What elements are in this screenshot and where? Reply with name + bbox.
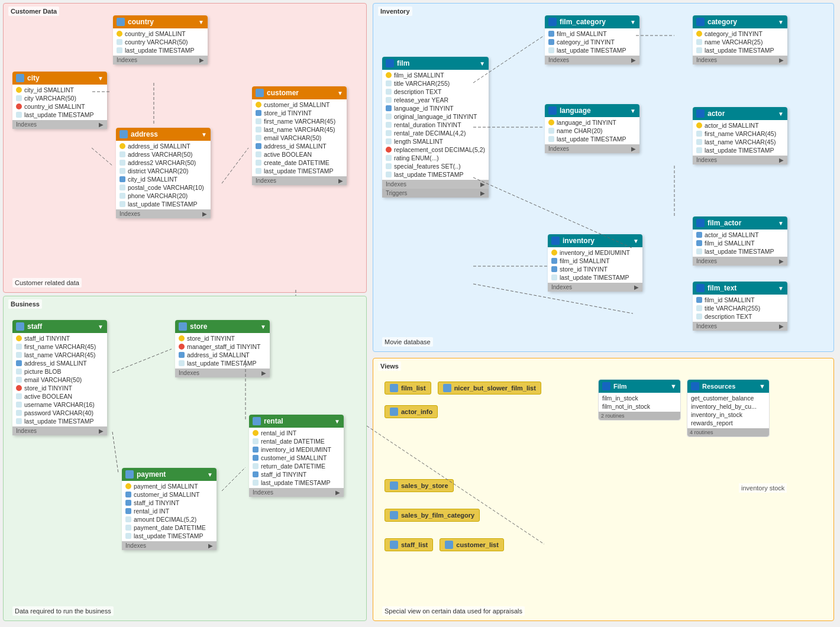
views-row-2: actor_info [382, 403, 440, 421]
language-name: language [560, 106, 591, 115]
routine-film-name: Film [613, 383, 627, 390]
entity-country: country ▼ country_id SMALLINT country VA… [113, 15, 208, 64]
view-film-list[interactable]: film_list [385, 382, 431, 395]
store-footer[interactable]: Indexes▶ [175, 369, 270, 377]
views-row-5: staff_list customer_list [382, 536, 506, 554]
routine-get-customer-balance: get_customer_balance [690, 394, 767, 402]
film-footer-indexes[interactable]: Indexes▶ [382, 180, 489, 189]
entity-rental-header: rental ▼ [249, 415, 344, 428]
country-footer[interactable]: Indexes▶ [113, 56, 208, 64]
city-name: city [27, 74, 40, 82]
entity-film-actor: film_actor ▼ actor_id SMALLINT film_id S… [693, 216, 787, 266]
sales-by-film-category-icon [390, 511, 398, 519]
inventory-section-title: Inventory [378, 7, 412, 16]
film-text-footer[interactable]: Indexes▶ [693, 322, 787, 331]
film-actor-fields: actor_id SMALLINT film_id SMALLINT last_… [693, 230, 787, 257]
entity-category-header: category ▼ [693, 15, 787, 28]
views-row-3: sales_by_store [382, 477, 456, 495]
customer-section-sublabel: Customer related data [12, 278, 82, 287]
view-staff-list[interactable]: staff_list [385, 538, 433, 551]
inventory-stock-label: inventory stock [739, 483, 787, 493]
entity-inventory-header: inventory ▼ [548, 234, 642, 247]
customer-list-icon [445, 541, 453, 549]
entity-customer-header: customer ▼ [252, 86, 347, 99]
routine-resources-header: Resources ▼ [687, 380, 769, 393]
film-actor-name: film_actor [707, 219, 741, 227]
country-arrow[interactable]: ▼ [198, 19, 204, 25]
view-sales-by-film-category[interactable]: sales_by_film_category [385, 509, 480, 522]
film-category-fields: film_id SMALLINT category_id TINYINT las… [545, 28, 639, 56]
city-footer[interactable]: Indexes▶ [12, 120, 107, 129]
entity-staff: staff ▼ staff_id TINYINT first_name VARC… [12, 320, 107, 435]
staff-fields: staff_id TINYINT first_name VARCHAR(45) … [12, 333, 107, 426]
entity-language: language ▼ language_id TINYINT name CHAR… [545, 104, 639, 153]
rental-footer[interactable]: Indexes▶ [249, 488, 344, 497]
rental-fields: rental_id INT rental_date DATETIME inven… [249, 428, 344, 488]
language-footer[interactable]: Indexes▶ [545, 144, 639, 153]
film-text-fields: film_id SMALLINT title VARCHAR(255) desc… [693, 295, 787, 322]
entity-language-header: language ▼ [545, 104, 639, 117]
address-footer[interactable]: Indexes▶ [116, 209, 211, 218]
film-name: film [397, 59, 409, 67]
entity-country-header: country ▼ [113, 15, 208, 28]
routine-film-not-in-stock: film_not_in_stock [601, 402, 678, 411]
entity-film: film ▼ film_id SMALLINT title VARCHAR(25… [382, 57, 489, 198]
inventory-section: Inventory Movie database film ▼ film_id … [373, 3, 834, 352]
country-fields: country_id SMALLINT country VARCHAR(50) … [113, 28, 208, 56]
actor-info-icon [390, 408, 398, 416]
view-actor-info[interactable]: actor_info [385, 405, 438, 418]
customer-fields: customer_id SMALLINT store_id TINYINT fi… [252, 99, 347, 176]
entity-inventory: inventory ▼ inventory_id MEDIUMINT film_… [548, 234, 642, 292]
inventory-name: inventory [563, 237, 595, 245]
language-fields: language_id TINYINT name CHAR(20) last_u… [545, 117, 639, 144]
business-section-title: Business [8, 299, 42, 309]
inventory-fields: inventory_id MEDIUMINT film_id SMALLINT … [548, 247, 642, 283]
view-customer-list[interactable]: customer_list [440, 538, 504, 551]
staff-name: staff [27, 322, 42, 331]
entity-store-header: store ▼ [175, 320, 270, 333]
staff-list-label: staff_list [401, 541, 428, 548]
views-row-1: film_list nicer_but_slower_film_list [382, 379, 544, 397]
entity-film-actor-header: film_actor ▼ [693, 216, 787, 230]
city-fields: city_id SMALLINT city VARCHAR(50) countr… [12, 85, 107, 120]
inventory-footer[interactable]: Indexes▶ [548, 283, 642, 292]
entity-category: category ▼ category_id TINYINT name VARC… [693, 15, 787, 64]
entity-payment-header: payment ▼ [122, 468, 217, 481]
country-icon [117, 18, 125, 26]
customer-section-title: Customer Data [8, 7, 59, 16]
routine-resources-box: Resources ▼ get_customer_balance invento… [687, 379, 770, 437]
entity-film-category: film_category ▼ film_id SMALLINT categor… [545, 15, 639, 64]
entity-actor: actor ▼ actor_id SMALLINT first_name VAR… [693, 107, 787, 164]
film-list-label: film_list [401, 384, 426, 392]
staff-footer[interactable]: Indexes▶ [12, 426, 107, 435]
view-sales-by-store[interactable]: sales_by_store [385, 479, 454, 492]
sales-by-store-label: sales_by_store [401, 482, 448, 489]
film-actor-footer[interactable]: Indexes▶ [693, 257, 787, 266]
entity-film-header: film ▼ [382, 57, 489, 70]
entity-film-text-header: film_text ▼ [693, 282, 787, 295]
routine-film-count: 2 routines [601, 413, 625, 419]
routine-film-footer: 2 routines [599, 412, 680, 420]
payment-footer[interactable]: Indexes▶ [122, 541, 217, 550]
country-name: country [128, 18, 154, 26]
film-category-name: film_category [560, 18, 606, 26]
entity-actor-header: actor ▼ [693, 107, 787, 120]
film-list-icon [390, 384, 398, 392]
film-footer-triggers[interactable]: Triggers▶ [382, 189, 489, 198]
customer-data-section: Customer Data Customer related data coun… [3, 3, 367, 293]
customer-footer[interactable]: Indexes▶ [252, 176, 347, 185]
entity-address: address ▼ address_id SMALLINT address VA… [116, 128, 211, 218]
entity-city-header: city ▼ [12, 72, 107, 85]
store-name: store [190, 322, 207, 331]
nicer-film-list-icon [443, 384, 451, 392]
routine-resources-footer: 4 routines [687, 428, 769, 437]
film-category-footer[interactable]: Indexes▶ [545, 56, 639, 64]
entity-payment: payment ▼ payment_id SMALLINT customer_i… [122, 468, 217, 550]
actor-footer[interactable]: Indexes▶ [693, 156, 787, 164]
routine-resources-count: 4 routines [690, 429, 713, 435]
category-footer[interactable]: Indexes▶ [693, 56, 787, 64]
city-icon [16, 74, 24, 82]
view-nicer-film-list[interactable]: nicer_but_slower_film_list [438, 382, 541, 395]
sales-by-store-icon [390, 481, 398, 490]
category-name: category [707, 18, 737, 26]
